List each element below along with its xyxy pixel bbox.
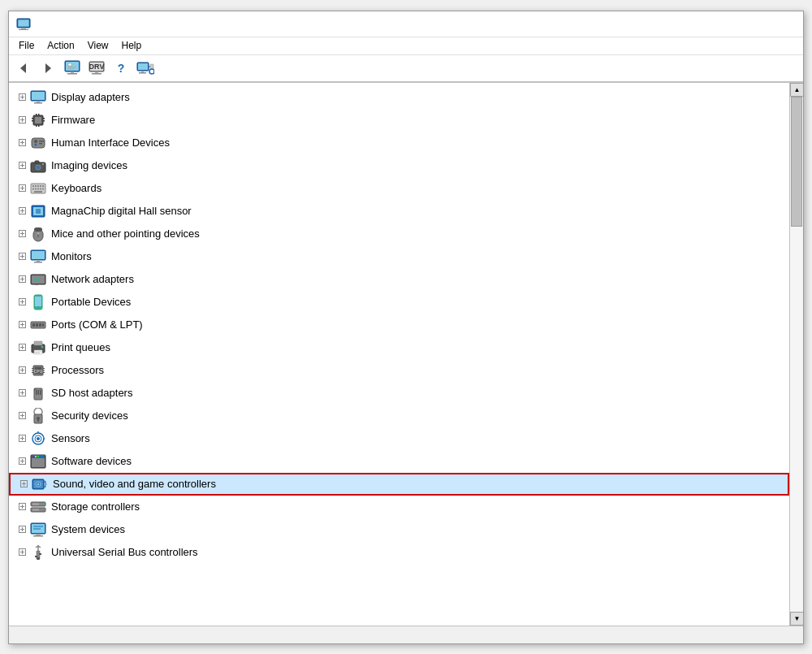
close-button[interactable] [759,11,797,36]
expand-icon[interactable] [15,318,28,331]
forward-button[interactable] [37,58,59,79]
expand-icon[interactable] [15,409,28,422]
svg-rect-203 [35,556,37,557]
system-icon [30,522,46,538]
svg-rect-197 [33,526,43,527]
svg-rect-128 [34,353,40,353]
tree-item-storage[interactable]: Storage controllers [9,496,789,518]
print-icon [30,340,46,356]
svg-rect-95 [32,251,45,259]
svg-rect-83 [36,209,41,214]
menu-help[interactable]: Help [115,38,149,53]
expand-icon[interactable] [15,432,28,445]
svg-rect-198 [33,528,41,530]
cpu-icon: CPU [30,362,46,379]
tree-item-monitor2[interactable]: Monitors [9,245,789,268]
menu-file[interactable]: File [12,38,41,53]
scroll-up-button[interactable]: ▲ [790,83,803,97]
svg-rect-120 [42,323,44,327]
svg-rect-77 [34,191,42,193]
tree-item-system[interactable]: System devices [9,518,789,541]
tree-item-sound[interactable]: Sound, video and game controllers [9,473,789,496]
tree-item-keyboard[interactable]: Keyboards [9,177,789,200]
device-label: Human Interface Devices [51,136,170,149]
tree-item-monitor[interactable]: Display adapters [9,86,789,109]
expand-icon[interactable] [15,500,28,513]
svg-rect-156 [37,419,39,422]
tree-item-usb[interactable]: Universal Serial Bus controllers [9,541,789,564]
scan-hardware-button[interactable] [134,58,157,79]
svg-rect-21 [141,71,144,72]
svg-rect-67 [32,185,34,187]
tree-item-ports[interactable]: Ports (COM & LPT) [9,314,789,336]
svg-point-162 [37,437,40,440]
tree-item-network[interactable]: Network adapters [9,268,789,291]
expand-icon[interactable] [15,455,28,468]
device-tree[interactable]: Display adaptersFirmwareHuman Interface … [9,83,789,626]
svg-rect-31 [32,92,45,100]
svg-rect-76 [42,188,44,189]
update-driver-button[interactable]: DRV [85,58,108,79]
svg-rect-8 [66,62,79,71]
tree-item-hid[interactable]: Human Interface Devices [9,132,789,154]
tree-item-portable[interactable]: Portable Devices [9,291,789,314]
back-button[interactable] [12,58,35,79]
expand-icon[interactable] [15,159,28,172]
tree-item-sensor[interactable]: MagnaChip digital Hall sensor [9,200,789,223]
svg-rect-50 [32,138,45,148]
minimize-button[interactable] [681,11,719,36]
svg-marker-5 [20,63,26,73]
expand-icon[interactable] [15,91,28,104]
expand-icon[interactable] [15,546,28,559]
tree-item-sensor2[interactable]: Sensors [9,427,789,450]
title-bar [9,11,803,37]
svg-rect-33 [34,102,42,104]
svg-marker-6 [45,63,51,73]
tree-item-cpu[interactable]: CPUProcessors [9,359,789,382]
sd-icon [30,385,46,401]
device-label: Display adapters [51,91,130,103]
help-button[interactable]: ? [110,58,132,79]
expand-icon[interactable] [15,341,28,354]
svg-point-62 [42,163,44,165]
svg-point-89 [37,232,40,234]
expand-icon[interactable] [15,136,28,149]
svg-rect-119 [39,323,41,327]
tree-item-software[interactable]: Software devices [9,450,789,473]
expand-icon[interactable] [15,296,28,309]
expand-icon[interactable] [15,523,28,536]
scrollbar[interactable]: ▲ ▼ [789,83,803,626]
device-label: Firmware [51,114,95,126]
tree-item-print[interactable]: Print queues [9,336,789,359]
expand-icon[interactable] [15,182,28,195]
expand-icon[interactable] [15,364,28,377]
svg-rect-2 [19,29,28,30]
menu-action[interactable]: Action [41,38,80,53]
expand-icon[interactable] [15,387,28,400]
tree-item-chip[interactable]: Firmware [9,109,789,132]
usb-icon [30,544,46,561]
expand-icon[interactable] [17,478,30,491]
expand-icon[interactable] [15,205,28,218]
tree-item-mouse[interactable]: Mice and other pointing devices [9,223,789,245]
tree-item-sd[interactable]: SD host adapters [9,382,789,405]
svg-rect-125 [34,341,42,345]
maximize-button[interactable] [720,11,758,36]
tree-item-camera[interactable]: Imaging devices [9,154,789,177]
menu-view[interactable]: View [81,38,115,53]
svg-rect-136 [32,368,33,369]
svg-point-104 [37,278,40,281]
expand-icon[interactable] [15,114,28,127]
tree-item-security[interactable]: Security devices [9,405,789,427]
svg-rect-41 [43,118,45,119]
expand-icon[interactable] [15,227,28,240]
properties-button[interactable] [61,58,84,79]
camera-icon [30,158,46,174]
chip-icon [30,112,46,128]
svg-rect-90 [34,227,42,232]
scrollbar-thumb[interactable] [791,97,802,227]
expand-icon[interactable] [15,250,28,263]
svg-rect-149 [40,390,41,395]
expand-icon[interactable] [15,273,28,286]
scroll-down-button[interactable]: ▼ [790,612,803,626]
